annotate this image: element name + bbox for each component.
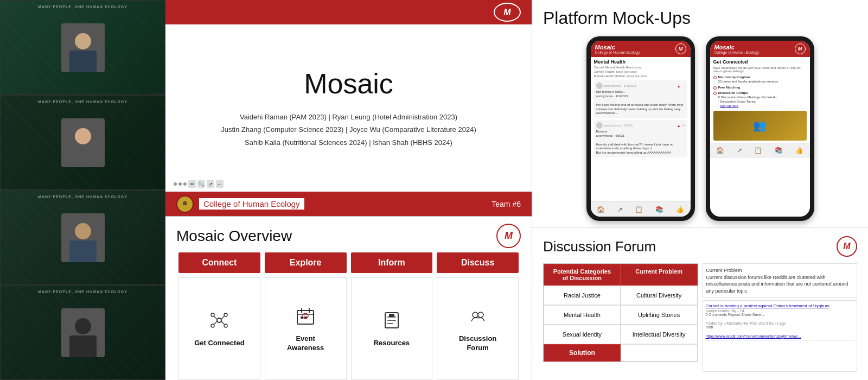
video-tile-4: MANY PEOPLE, ONE HUMAN ECOLOGY [0, 285, 165, 380]
feature-events-label: EventAwareness [287, 334, 324, 353]
video-sidebar: MANY PEOPLE, ONE HUMAN ECOLOGY MANY PEOP… [0, 0, 165, 380]
ctrl-btn-pointer[interactable]: ↗ [207, 180, 214, 188]
post-comments-1: 0 Comments Repost Share Save ... [706, 313, 854, 317]
discussion-grid: Potential Categories of Discussion Curre… [543, 263, 698, 362]
title-slide: M Mosaic Vaidehi Raman (PAM 2023) | Ryan… [165, 0, 532, 217]
slide-body: Mosaic Vaidehi Raman (PAM 2023) | Ryan L… [165, 24, 532, 192]
phone-screen-1: Mosaic College of Human Ecology M Mental… [591, 41, 691, 217]
platform-section: Platform Mock-Ups Mosaic College of Huma… [532, 0, 868, 228]
phone-top-bar-1: Mosaic College of Human Ecology M [591, 41, 691, 57]
phone2-image: 👥 [713, 111, 807, 141]
main-content: M Mosaic Vaidehi Raman (PAM 2023) | Ryan… [165, 0, 532, 380]
action-btn-inform[interactable]: Inform [351, 252, 433, 273]
reddit-posts: Cornell is hosting a protest against Chi… [703, 300, 858, 372]
category-racial-justice: Racial Justice [544, 286, 621, 305]
post-meta-1: google.community - 1d [706, 309, 854, 313]
svg-line-7 [214, 321, 217, 324]
discussion-logo: M [837, 236, 857, 257]
categories-header: Potential Categories of Discussion [544, 264, 621, 286]
phone-nav-2: 🏠 ↗ 📋 📚 👍 [710, 143, 810, 158]
discussion-right: Current Problem Current discussion forum… [703, 263, 858, 372]
phone-brand-1: Mosaic College of Human Ecology [595, 44, 640, 54]
watermark-4: MANY PEOPLE, ONE HUMAN ECOLOGY [1, 290, 165, 294]
solution-label: Solution [544, 344, 621, 362]
mosaic-title: Mosaic [304, 67, 393, 100]
events-icon: ! [295, 305, 316, 331]
post-link-3[interactable]: https://www.reddit.com/r/Sino/comments/n… [706, 334, 854, 339]
phone2-item-peer: Peer Matching [713, 86, 807, 90]
participant-video-4 [61, 308, 105, 357]
phone-brand-2: Mosaic College of Human Ecology [714, 44, 760, 54]
ctrl-btn-zoom[interactable]: 🔍 [197, 180, 205, 188]
svg-point-3 [211, 324, 214, 327]
svg-point-23 [478, 312, 483, 318]
svg-point-22 [473, 312, 478, 318]
discussion-title: Discussion Forum [543, 238, 656, 255]
ctrl-btn-more[interactable]: ⋯ [216, 180, 224, 188]
action-buttons: Connect Explore Inform Discuss [165, 252, 532, 277]
svg-line-6 [221, 316, 224, 319]
phone-content-1: Mental Health Cornell Mental Health Reso… [591, 57, 691, 201]
watermark-2: MANY PEOPLE, ONE HUMAN ECOLOGY [1, 100, 165, 104]
participant-video-3 [61, 213, 105, 262]
team-line-1: Vaidehi Raman (PAM 2023) | Ryan Leung (H… [221, 111, 476, 123]
action-btn-explore[interactable]: Explore [265, 252, 347, 273]
team-info: Vaidehi Raman (PAM 2023) | Ryan Leung (H… [221, 111, 476, 149]
phone2-content: Get Connected have meaningful bonds with… [710, 57, 810, 143]
platform-title: Platform Mock-Ups [543, 8, 857, 28]
college-name: College of Human Ecology [199, 198, 304, 210]
svg-point-1 [211, 313, 214, 316]
phone-top-bar-2: Mosaic College of Human Ecology M [710, 41, 810, 57]
phone-mockup-1: Mosaic College of Human Ecology M Mental… [586, 36, 695, 221]
phone2-item-groups: Discussion Groups6 Discussion Group Meet… [713, 91, 807, 108]
feature-resources-label: Resources [374, 339, 410, 348]
header-logo-badge: M [494, 3, 521, 22]
category-mental-health: Mental Health [544, 305, 621, 325]
discussion-header: Discussion Forum M [543, 236, 857, 257]
overview-logo: M [496, 224, 521, 248]
feature-discussion: DiscussionForum [437, 277, 519, 380]
post-snippet-2: breh [706, 325, 854, 330]
college-seal: 🏛 [176, 195, 194, 213]
category-uplifting: Uplifting Stories [621, 305, 698, 325]
action-btn-connect[interactable]: Connect [178, 252, 260, 273]
post-title-1[interactable]: Cornell is hosting a protest against Chi… [706, 303, 854, 309]
svg-point-2 [224, 313, 227, 316]
reddit-post-2: Posted by u/Moosehunter Post 26d 3 hours… [706, 321, 854, 332]
feature-discussion-label: DiscussionForum [459, 334, 496, 353]
participant-video-2 [61, 118, 105, 167]
action-btn-discuss[interactable]: Discuss [437, 252, 519, 273]
feature-events: ! EventAwareness [265, 277, 347, 380]
video-tile-3: MANY PEOPLE, ONE HUMAN ECOLOGY [0, 190, 165, 285]
phone-section-title-1: Mental Health [594, 59, 687, 65]
category-cultural-diversity: Cultural Diversity [621, 286, 698, 305]
category-sexual-identity: Sexual Identity [544, 325, 621, 344]
resources-icon [381, 309, 403, 335]
svg-point-0 [217, 318, 221, 322]
features-grid: Get Connected ! EventAwareness [165, 277, 532, 380]
category-intellectual: Intellectual Diversity [621, 325, 698, 344]
phone-sub-1: Cornell Mental Health Resources:Cornell … [594, 66, 687, 78]
slide-header-top: M [165, 0, 532, 24]
slide-controls[interactable]: ✏ 🔍 ↗ ⋯ [174, 180, 224, 188]
video-tile-1: MANY PEOPLE, ONE HUMAN ECOLOGY [0, 0, 165, 95]
ctrl-btn-pencil[interactable]: ✏ [188, 180, 196, 188]
video-tile-2: MANY PEOPLE, ONE HUMAN ECOLOGY [0, 95, 165, 190]
problem-description: Current Problem Current discussion forum… [703, 263, 858, 298]
problem-header: Current Problem [621, 264, 698, 286]
feature-connect-label: Get Connected [194, 339, 244, 348]
phone2-title: Get Connected [713, 59, 807, 65]
svg-point-4 [224, 324, 227, 327]
team-number: Team #6 [492, 200, 521, 208]
team-line-3: Sahib Kaila (Nutritional Sciences 2024) … [221, 136, 476, 149]
right-panel: Platform Mock-Ups Mosaic College of Huma… [532, 0, 868, 380]
discussion-content: Potential Categories of Discussion Curre… [543, 263, 857, 372]
discussion-table: Potential Categories of Discussion Curre… [543, 263, 698, 372]
phone-post-1: anonymous · 1/1/2021 ▲ ··· Not feeling i… [594, 80, 687, 118]
mockup-phones: Mosaic College of Human Ecology M Mental… [543, 36, 857, 221]
overview-title: Mosaic Overview [176, 227, 292, 245]
connect-icon [208, 309, 230, 335]
svg-rect-21 [389, 314, 394, 317]
phone-nav-1: 🏠 ↗ 📋 📚 👍 [591, 201, 691, 217]
slide-footer: 🏛 College of Human Ecology Team #6 [165, 192, 532, 216]
